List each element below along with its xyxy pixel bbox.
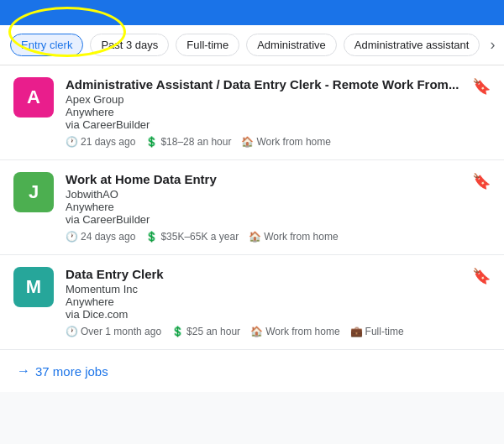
clock-icon: 🕐: [66, 231, 78, 243]
job-title: Administrative Assistant / Data Entry Cl…: [66, 77, 491, 91]
job-company: Apex Group: [66, 93, 491, 106]
filter-chip-entry-clerk[interactable]: Entry clerk: [10, 34, 83, 56]
filter-chip-administrative[interactable]: Administrative: [246, 34, 337, 56]
job-logo: A: [13, 77, 54, 118]
dollar-icon: 💲: [145, 136, 158, 148]
job-item[interactable]: J Work at Home Data Entry JobwithAO Anyw…: [0, 160, 504, 255]
header: [0, 0, 504, 25]
job-meta: 🕐 24 days ago 💲 $35K–65K a year 🏠 Work f…: [66, 231, 491, 243]
job-source: via CareerBuilder: [66, 118, 491, 131]
job-meta: 🕐 Over 1 month ago 💲 $25 an hour 🏠 Work …: [66, 326, 491, 337]
job-logo: M: [13, 267, 54, 307]
job-source: via CareerBuilder: [66, 213, 491, 226]
job-item[interactable]: M Data Entry Clerk Momentum Inc Anywhere…: [0, 255, 504, 350]
job-work-type: 🏠 Work from home: [241, 136, 330, 148]
bookmark-button[interactable]: 🔖: [472, 77, 491, 96]
job-salary: 💲 $18–28 an hour: [145, 136, 231, 148]
job-meta: 🕐 21 days ago 💲 $18–28 an hour 🏠 Work fr…: [66, 136, 491, 148]
job-work-type: 🏠 Work from home: [250, 326, 339, 337]
clock-icon: 🕐: [66, 326, 78, 337]
job-salary: 💲 $25 an hour: [171, 326, 240, 337]
filter-chip-administrative-assistant[interactable]: Administrative assistant: [344, 34, 480, 56]
bookmark-button[interactable]: 🔖: [472, 267, 491, 285]
job-title: Data Entry Clerk: [66, 267, 491, 281]
job-company: JobwithAO: [66, 188, 491, 201]
more-jobs-section: → 37 more jobs: [0, 350, 504, 392]
arrow-icon: →: [17, 363, 30, 379]
job-info: Data Entry Clerk Momentum Inc Anywhere v…: [66, 267, 491, 337]
job-age: 🕐 24 days ago: [66, 231, 135, 243]
job-info: Work at Home Data Entry JobwithAO Anywhe…: [66, 172, 491, 243]
job-location: Anywhere: [66, 106, 491, 118]
job-title: Work at Home Data Entry: [66, 172, 491, 186]
job-location: Anywhere: [66, 201, 491, 213]
filter-chip-full-time[interactable]: Full-time: [176, 34, 239, 56]
more-jobs-label: 37 more jobs: [35, 364, 108, 379]
job-location: Anywhere: [66, 295, 491, 308]
job-info: Administrative Assistant / Data Entry Cl…: [66, 77, 491, 148]
home-icon: 🏠: [249, 231, 261, 243]
job-source: via Dice.com: [66, 308, 491, 321]
home-icon: 🏠: [250, 326, 263, 337]
briefcase-icon: 💼: [350, 326, 363, 337]
job-work-type: 🏠 Work from home: [249, 231, 338, 243]
job-company: Momentum Inc: [66, 283, 491, 295]
job-logo: J: [13, 172, 54, 212]
filter-bar: Entry clerkPast 3 daysFull-timeAdministr…: [0, 25, 504, 65]
clock-icon: 🕐: [66, 136, 78, 148]
job-age: 🕐 21 days ago: [66, 136, 135, 148]
job-age: 🕐 Over 1 month ago: [66, 326, 161, 337]
home-icon: 🏠: [241, 136, 254, 148]
more-jobs-link[interactable]: → 37 more jobs: [17, 363, 487, 379]
filter-chip-past-3-days[interactable]: Past 3 days: [90, 34, 169, 56]
dollar-icon: 💲: [171, 326, 184, 337]
jobs-list: A Administrative Assistant / Data Entry …: [0, 65, 504, 350]
dollar-icon: 💲: [145, 231, 158, 243]
filter-more-button[interactable]: ›: [486, 36, 498, 54]
job-employment-type: 💼 Full-time: [350, 326, 404, 337]
job-item[interactable]: A Administrative Assistant / Data Entry …: [0, 65, 504, 160]
bookmark-button[interactable]: 🔖: [472, 172, 491, 191]
job-salary: 💲 $35K–65K a year: [145, 231, 239, 243]
